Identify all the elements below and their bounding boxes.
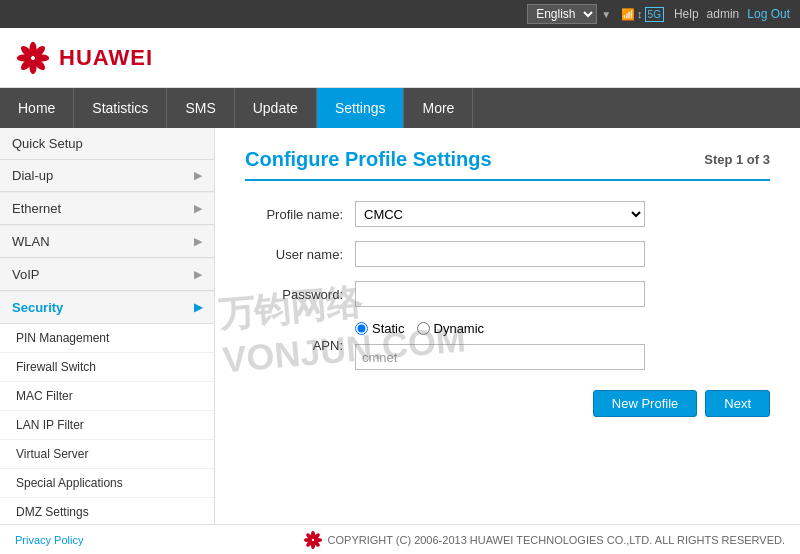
sidebar-section-wlan: WLAN ▶ <box>0 226 214 259</box>
dialup-arrow-icon: ▶ <box>194 169 202 182</box>
signal-icons: 📶 ↕ 5G <box>621 7 664 22</box>
sidebar-item-dmz-settings[interactable]: DMZ Settings <box>0 498 214 524</box>
voip-arrow-icon: ▶ <box>194 268 202 281</box>
header: HUAWEI <box>0 28 800 88</box>
language-select[interactable]: English <box>527 4 597 24</box>
sidebar-item-mac-filter[interactable]: MAC Filter <box>0 382 214 411</box>
arrows-icon: ↕ <box>637 8 643 20</box>
language-selector[interactable]: English ▼ <box>527 4 611 24</box>
content-area: Quick Setup Dial-up ▶ Ethernet ▶ WLAN ▶ … <box>0 128 800 524</box>
sidebar-wlan-header[interactable]: WLAN ▶ <box>0 226 214 258</box>
sidebar-item-special-applications[interactable]: Special Applications <box>0 469 214 498</box>
nav-bar: Home Statistics SMS Update Settings More <box>0 88 800 128</box>
apn-row: APN: Static Dynamic <box>245 321 770 370</box>
username-label: User name: <box>245 247 355 262</box>
new-profile-button[interactable]: New Profile <box>593 390 697 417</box>
apn-value-input[interactable] <box>355 344 645 370</box>
sidebar: Quick Setup Dial-up ▶ Ethernet ▶ WLAN ▶ … <box>0 128 215 524</box>
sidebar-ethernet-header[interactable]: Ethernet ▶ <box>0 193 214 225</box>
profile-name-label: Profile name: <box>245 207 355 222</box>
sidebar-security-header[interactable]: Security ▶ <box>0 292 214 324</box>
sidebar-voip-header[interactable]: VoIP ▶ <box>0 259 214 291</box>
sidebar-item-pin-management[interactable]: PIN Management <box>0 324 214 353</box>
apn-control: Static Dynamic <box>355 321 645 370</box>
username-row: User name: <box>245 241 770 267</box>
brand-name: HUAWEI <box>59 45 153 71</box>
nav-statistics[interactable]: Statistics <box>74 88 167 128</box>
apn-static-radio[interactable]: Static <box>355 321 405 336</box>
password-input[interactable] <box>355 281 645 307</box>
footer: Privacy Policy COPYRIGHT (C) 2006-2013 H… <box>0 524 800 554</box>
next-button[interactable]: Next <box>705 390 770 417</box>
footer-logo: COPYRIGHT (C) 2006-2013 HUAWEI TECHNOLOG… <box>303 530 785 550</box>
sidebar-item-lan-ip-filter[interactable]: LAN IP Filter <box>0 411 214 440</box>
help-link[interactable]: Help <box>674 7 699 21</box>
ethernet-arrow-icon: ▶ <box>194 202 202 215</box>
button-row: New Profile Next <box>245 390 770 417</box>
nav-more[interactable]: More <box>404 88 473 128</box>
page-title: Configure Profile Settings <box>245 148 492 171</box>
password-row: Password: <box>245 281 770 307</box>
signal-bars-icon: 📶 <box>621 8 635 21</box>
apn-radio-group: Static Dynamic <box>355 321 645 336</box>
password-label: Password: <box>245 287 355 302</box>
page-header: Configure Profile Settings Step 1 of 3 <box>245 148 770 181</box>
wlan-arrow-icon: ▶ <box>194 235 202 248</box>
sidebar-section-security: Security ▶ PIN Management Firewall Switc… <box>0 292 214 524</box>
logout-link[interactable]: Log Out <box>747 7 790 21</box>
username-control <box>355 241 645 267</box>
nav-sms[interactable]: SMS <box>167 88 234 128</box>
apn-label: APN: <box>245 338 355 353</box>
sidebar-section-dialup: Dial-up ▶ <box>0 160 214 193</box>
security-arrow-icon: ▶ <box>194 301 202 314</box>
apn-dynamic-radio-input[interactable] <box>417 322 430 335</box>
logo-area: HUAWEI <box>15 40 153 76</box>
sidebar-dialup-header[interactable]: Dial-up ▶ <box>0 160 214 192</box>
admin-label: admin <box>707 7 740 21</box>
top-bar: English ▼ 📶 ↕ 5G Help admin Log Out <box>0 0 800 28</box>
privacy-policy-link[interactable]: Privacy Policy <box>15 534 83 546</box>
huawei-logo-icon <box>15 40 51 76</box>
network-type-icon: 5G <box>645 7 664 22</box>
apn-dynamic-radio[interactable]: Dynamic <box>417 321 485 336</box>
sidebar-section-ethernet: Ethernet ▶ <box>0 193 214 226</box>
main-content: Configure Profile Settings Step 1 of 3 P… <box>215 128 800 524</box>
nav-home[interactable]: Home <box>0 88 74 128</box>
profile-name-row: Profile name: CMCC <box>245 201 770 227</box>
footer-copyright: COPYRIGHT (C) 2006-2013 HUAWEI TECHNOLOG… <box>328 534 785 546</box>
step-indicator: Step 1 of 3 <box>704 152 770 167</box>
sidebar-item-quick-setup[interactable]: Quick Setup <box>0 128 214 160</box>
sidebar-item-virtual-server[interactable]: Virtual Server <box>0 440 214 469</box>
password-control <box>355 281 645 307</box>
sidebar-section-voip: VoIP ▶ <box>0 259 214 292</box>
sidebar-item-firewall-switch[interactable]: Firewall Switch <box>0 353 214 382</box>
username-input[interactable] <box>355 241 645 267</box>
top-bar-links: Help admin Log Out <box>674 7 790 21</box>
dropdown-icon: ▼ <box>601 9 611 20</box>
nav-update[interactable]: Update <box>235 88 317 128</box>
apn-static-radio-input[interactable] <box>355 322 368 335</box>
nav-settings[interactable]: Settings <box>317 88 405 128</box>
footer-huawei-icon <box>303 530 323 550</box>
profile-name-select[interactable]: CMCC <box>355 201 645 227</box>
profile-name-control: CMCC <box>355 201 645 227</box>
